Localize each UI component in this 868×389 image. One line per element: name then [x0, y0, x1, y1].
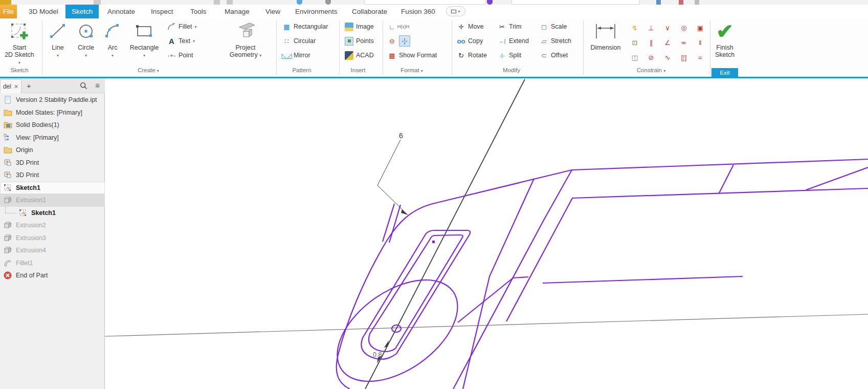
circle-tool-button[interactable]: Circle▾	[73, 19, 99, 59]
centerline-icon[interactable]: ⊖	[388, 37, 396, 46]
driven-dimension-icon[interactable]: H(x)H	[399, 23, 408, 31]
tab-fusion-360[interactable]: Fusion 360	[395, 5, 441, 18]
sketch-viewport[interactable]: 6 0.8	[105, 78, 868, 389]
fix-lock-constraint-icon[interactable]: ▣	[692, 20, 708, 35]
add-browser-tab-button[interactable]: +	[27, 81, 31, 90]
browser-tab-model[interactable]: del✕	[0, 79, 21, 93]
hamburger-menu-icon[interactable]: ≡	[95, 81, 100, 90]
shaft-lower-edge[interactable]	[506, 188, 868, 321]
constraint-settings-icon[interactable]: ⊡	[627, 35, 643, 50]
sketch-canvas[interactable]: 6 0.8	[105, 78, 868, 389]
browser-item-fillet1[interactable]: Fillet1	[0, 257, 105, 270]
rectangular-pattern-button[interactable]: ▦ Rectangular	[282, 20, 328, 33]
browser-item-end-of-part[interactable]: End of Part	[0, 269, 105, 282]
extend-button[interactable]: →|Extend	[498, 35, 529, 47]
show-format-button[interactable]: ▩ Show Format	[388, 49, 437, 61]
browser-item-origin[interactable]: Origin	[0, 144, 105, 157]
rotate-button[interactable]: ↻Rotate	[457, 49, 487, 61]
browser-item-sketch1[interactable]: Sketch1	[0, 182, 105, 194]
dimension-button[interactable]: Dimension	[586, 19, 625, 51]
panel-label-create[interactable]: Create ▾	[128, 67, 169, 73]
dimension-inline-text[interactable]: 0.8	[373, 351, 382, 358]
browser-item-extrusion3[interactable]: Extrusion3	[0, 232, 105, 245]
perpendicular-constraint-icon[interactable]: ⊥	[643, 20, 659, 35]
trim-button[interactable]: ✂Trim	[498, 20, 522, 33]
arc-tool-button[interactable]: Arc▾	[101, 19, 124, 59]
construction-axis-line[interactable]	[365, 79, 525, 389]
browser-item-version-2-stability-paddle-ipt[interactable]: Version 2 Stability Paddle.ipt	[0, 94, 105, 106]
shaft-inner-line[interactable]	[543, 276, 743, 283]
rectangle-tool-button[interactable]: Rectangle▾	[127, 19, 162, 59]
browser-item-sketch1[interactable]: Sketch1	[0, 207, 105, 220]
shaft-right-diagonal[interactable]	[806, 167, 868, 190]
tab-view[interactable]: View	[259, 5, 286, 18]
sketch-point[interactable]	[432, 241, 435, 243]
close-icon[interactable]: ✕	[14, 83, 18, 90]
tab-inspect[interactable]: Inspect	[145, 5, 180, 18]
auto-dimension-icon[interactable]: ↯	[627, 20, 643, 35]
blade-ellipse[interactable]	[319, 260, 476, 389]
browser-item-view-primary-[interactable]: View: [Primary]	[0, 132, 105, 144]
equal-constraint-icon[interactable]: =	[692, 50, 708, 65]
tangent-angle-constraint-icon[interactable]: ∠	[659, 35, 676, 50]
mirror-button[interactable]: ◺◿ Mirror	[282, 49, 310, 61]
ground-constraint-icon[interactable]: ≂	[676, 35, 692, 50]
browser-item-extrusion2[interactable]: Extrusion2	[0, 219, 105, 232]
vertical-constraint-icon[interactable]: ‖	[692, 35, 708, 50]
circular-pattern-button[interactable]: ∷ Circular	[282, 35, 316, 47]
point-tool-button[interactable]: -+- Point	[167, 49, 193, 61]
search-box-fragment[interactable]	[364, 0, 486, 5]
parallel-constraint-icon[interactable]: ∥	[643, 35, 659, 50]
browser-item-solid-bodies-1-[interactable]: Solid Bodies(1)	[0, 119, 105, 132]
insert-points-button[interactable]: Points	[345, 35, 374, 47]
slot-outer-outline[interactable]	[361, 230, 470, 359]
tangent-circle-constraint-icon[interactable]: ⊘	[643, 50, 659, 65]
dimension-leader-text[interactable]: 6	[399, 132, 403, 140]
construction-line-icon[interactable]: ∟	[388, 23, 396, 31]
reference-line[interactable]	[105, 314, 868, 336]
center-point-toggle-selected[interactable]: -¦-	[399, 35, 410, 47]
line-tool-button[interactable]: Line▾	[45, 19, 71, 59]
stretch-button[interactable]: ▱Stretch	[540, 35, 571, 47]
tab-sketch[interactable]: Sketch	[65, 5, 99, 18]
browser-item-model-states-primary-[interactable]: Model States: [Primary]	[0, 106, 105, 119]
finish-sketch-button[interactable]: ✔ FinishSketch	[710, 19, 740, 58]
browser-item-3d-print[interactable]: 3D Print	[0, 157, 105, 169]
dimension-leader[interactable]: 6	[377, 132, 408, 215]
insert-acad-button[interactable]: ACAD	[345, 49, 374, 61]
upper-slot-lines[interactable]	[383, 204, 400, 243]
insert-image-button[interactable]: Image	[345, 20, 374, 33]
show-constraints-icon[interactable]: ◫	[627, 50, 643, 65]
search-icon[interactable]	[80, 82, 87, 92]
shaft-end-connector[interactable]	[719, 165, 733, 193]
browser-item-3d-print[interactable]: 3D Print	[0, 169, 105, 182]
move-button[interactable]: ✛Move	[457, 20, 484, 33]
tab-3d-model[interactable]: 3D Model	[23, 5, 64, 18]
coincident-constraint-icon[interactable]: ∨	[659, 20, 676, 35]
neck-edge-line-2[interactable]	[463, 179, 534, 389]
tab-annotate[interactable]: Annotate	[101, 5, 141, 18]
tab-manage[interactable]: Manage	[218, 5, 256, 18]
paddle-outer-outline[interactable]	[337, 159, 868, 389]
panel-label-constrain[interactable]: Constrain ▾	[629, 67, 673, 73]
sketch-geometry[interactable]	[319, 159, 868, 389]
panel-label-format[interactable]: Format ▾	[394, 67, 430, 73]
command-box-fragment[interactable]	[511, 0, 639, 5]
browser-item-extrusion4[interactable]: Extrusion4	[0, 244, 105, 257]
ribbon-options-button[interactable]: ▾	[446, 6, 465, 16]
split-button[interactable]: -|-Split	[498, 49, 521, 61]
project-geometry-button[interactable]: Project Geometry ▾	[227, 19, 264, 59]
tab-file[interactable]: File	[0, 5, 17, 18]
text-tool-button[interactable]: A Text▾	[167, 35, 195, 47]
concentric-constraint-icon[interactable]: ◎	[676, 20, 692, 35]
start-2d-sketch-button[interactable]: Start 2D Sketch ▾	[3, 19, 36, 67]
copy-button[interactable]: ooCopy	[457, 35, 483, 47]
fillet-tool-button[interactable]: Fillet▾	[167, 20, 196, 33]
symmetric-constraint-icon[interactable]: [¦]	[676, 50, 692, 65]
scale-button[interactable]: ◻Scale	[540, 20, 567, 33]
smooth-constraint-icon[interactable]: ∿	[659, 50, 676, 65]
offset-button[interactable]: ⊂Offset	[540, 49, 568, 61]
tab-tools[interactable]: Tools	[184, 5, 213, 18]
tab-environments[interactable]: Environments	[289, 5, 344, 18]
tab-collaborate[interactable]: Collaborate	[346, 5, 393, 18]
